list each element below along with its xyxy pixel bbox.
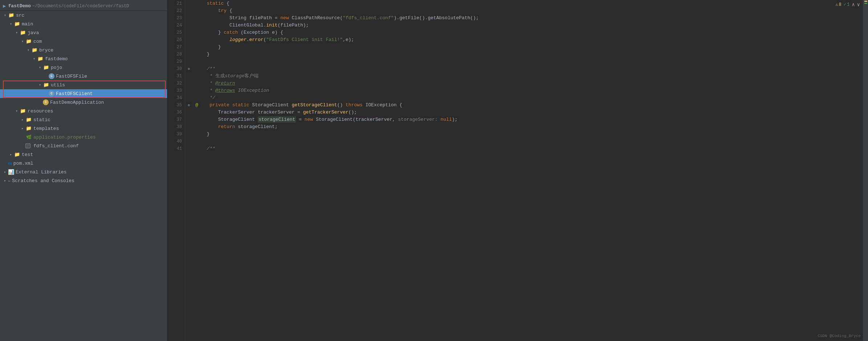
collapse-down[interactable]: ∨ (857, 1, 860, 8)
tree-item-fastdfsfile[interactable]: C FastDFSFile (0, 72, 167, 81)
ln-25: 25 (167, 29, 182, 36)
tree-item-src[interactable]: 📁 src (0, 11, 167, 20)
arrow-test (8, 152, 14, 157)
ln-29: 29 (167, 58, 182, 65)
sidebar-title-bar: ▶ fastDemo ~/Documents/codeFile/codeServ… (0, 1, 167, 11)
ln-22: 22 (167, 7, 182, 15)
arrow-static (20, 118, 25, 122)
code-line-22: try { (195, 7, 863, 15)
gutter-21 (185, 0, 192, 7)
scrollbar-indicator[interactable] (863, 0, 868, 341)
class-icon-app: C (43, 99, 49, 105)
tree-item-fastdfsclient[interactable]: C FastDFSClient (0, 89, 167, 98)
ok-badge[interactable]: ✓ 1 (844, 2, 849, 7)
code-content[interactable]: static { try { String filePath = new Cla… (192, 0, 863, 341)
ln-37: 37 (167, 116, 182, 123)
gutter-23 (185, 15, 192, 22)
gutter-40 (185, 138, 192, 145)
gutter-35: ⊕ (185, 102, 192, 109)
arrow-fastdemo (31, 57, 37, 61)
ln-24: 24 (167, 22, 182, 29)
folder-icon-java: 📁 (20, 29, 26, 36)
folder-icon-bryce: 📁 (31, 47, 38, 53)
tree-item-pojo[interactable]: 📁 pojo (0, 63, 167, 72)
gutter-37 (185, 116, 192, 123)
tree-item-main[interactable]: 📁 main (0, 20, 167, 28)
tree-item-utils[interactable]: 📁 utils (0, 81, 167, 89)
spring-icon-props (25, 134, 32, 140)
class-icon-fastdfsclient: C (49, 91, 54, 96)
label-templates: templates (33, 126, 59, 131)
folder-icon-pojo: 📁 (43, 64, 49, 71)
label-pom: pom.xml (13, 161, 33, 166)
folder-icon-templates: 📁 (25, 125, 32, 132)
arrow-ext-libs (2, 170, 8, 174)
arrow-main (8, 22, 14, 26)
label-bryce: bryce (39, 48, 53, 53)
tree-item-bryce[interactable]: 📁 bryce (0, 46, 167, 54)
folder-icon-src: 📁 (8, 12, 15, 19)
ln-39: 39 (167, 131, 182, 138)
label-pojo: pojo (51, 65, 62, 70)
ok-icon: ✓ (844, 2, 846, 7)
m-icon: m (8, 160, 12, 166)
tree-item-resources[interactable]: 📁 resources (0, 107, 167, 115)
gutter-25 (185, 29, 192, 36)
tree-item-fdfs-conf[interactable]: fdfs_client.conf (0, 141, 167, 150)
tree-item-test[interactable]: 📁 test (0, 150, 167, 159)
gutter-31 (185, 73, 192, 80)
tree-item-pom[interactable]: m pom.xml (0, 159, 167, 168)
gutter-33 (185, 87, 192, 94)
line-numbers: 21 22 23 24 25 26 27 28 29 30 31 32 33 3… (167, 0, 185, 341)
bar-chart-icon: 📊 (8, 169, 14, 175)
gutter-41 (185, 145, 192, 152)
label-external-libraries: External Libraries (16, 169, 66, 175)
label-test: test (22, 152, 33, 157)
warning-badge[interactable]: ⚠ 8 (835, 2, 841, 7)
tree-item-fastdemo[interactable]: 📁 fastdemo (0, 54, 167, 63)
code-line-31: * 生成storage客户端 (195, 73, 863, 80)
code-line-33: * @throws IOException (195, 87, 863, 94)
code-line-26: logger.error("FastDfs Client init Fail!"… (195, 36, 863, 44)
folder-icon-resources: 📁 (20, 108, 26, 114)
label-fdfs-conf: fdfs_client.conf (33, 143, 79, 149)
label-com: com (33, 39, 42, 44)
tree-item-templates[interactable]: 📁 templates (0, 124, 167, 133)
watermark: CSDN @Coding_Bryce (818, 334, 861, 338)
tree-item-com[interactable]: 📁 com (0, 37, 167, 46)
gutter-28 (185, 51, 192, 58)
tree-item-application-props[interactable]: application.properties (0, 133, 167, 141)
gutter-34 (185, 94, 192, 102)
gutter-27 (185, 44, 192, 51)
tree-item-static[interactable]: 📁 static (0, 115, 167, 124)
code-line-36: TrackerServer trackerServer = getTracker… (195, 109, 863, 116)
arrow-templates (20, 126, 25, 131)
gutter-24 (185, 22, 192, 29)
ln-41: 41 (167, 145, 182, 152)
tree-item-external-libraries[interactable]: 📊 External Libraries (0, 168, 167, 176)
project-path: ~/Documents/codeFile/codeServer/fastD (32, 4, 129, 9)
code-line-21: static { (195, 0, 863, 7)
label-utils: utils (51, 82, 65, 88)
gutter-32 (185, 80, 192, 87)
code-line-40 (195, 138, 863, 145)
scroll-ok (864, 3, 867, 4)
code-line-25: } catch (Exception e) { (195, 29, 863, 36)
tree-item-java[interactable]: 📁 java (0, 28, 167, 37)
project-icon: ▶ (3, 3, 6, 9)
ln-21: 21 (167, 0, 182, 7)
gutter-26 (185, 36, 192, 44)
sidebar: ▶ fastDemo ~/Documents/codeFile/codeServ… (0, 0, 167, 341)
collapse-up[interactable]: ∧ (852, 1, 855, 8)
code-line-35: @ private static StorageClient getStorag… (195, 102, 863, 109)
warn-count: 8 (839, 2, 841, 7)
warn-icon: ⚠ (835, 2, 838, 7)
ln-36: 36 (167, 109, 182, 116)
top-indicators: ⚠ 8 ✓ 1 ∧ ∨ (832, 0, 863, 9)
tree-item-fastdemoapplication[interactable]: C FastDemoApplication (0, 98, 167, 107)
gutter-39 (185, 131, 192, 138)
arrow-com (20, 39, 25, 44)
tree-item-scratches[interactable]: ✏️ Scratches and Consoles (0, 176, 167, 185)
gutter-38 (185, 123, 192, 131)
folder-icon-static: 📁 (25, 116, 32, 123)
